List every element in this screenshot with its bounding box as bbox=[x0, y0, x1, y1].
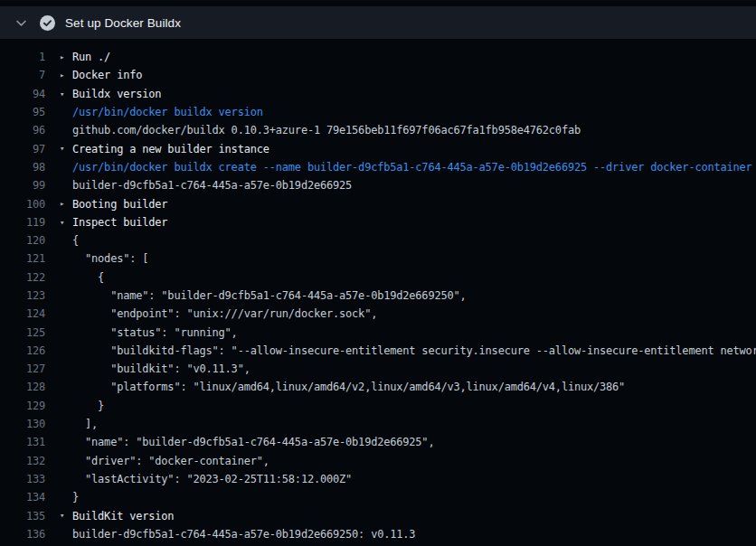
triangle-down-icon[interactable]: ▾ bbox=[60, 139, 72, 157]
line-number[interactable]: 134 bbox=[0, 491, 45, 504]
log-line: 125 "status": "running", bbox=[0, 323, 756, 341]
log-line: 133 "lastActivity": "2023-02-25T11:58:12… bbox=[0, 470, 756, 488]
line-number[interactable]: 121 bbox=[0, 252, 45, 265]
line-number[interactable]: 99 bbox=[0, 179, 45, 192]
log-line[interactable]: 1 ▸ Run ./ bbox=[0, 48, 756, 66]
line-number[interactable]: 131 bbox=[0, 436, 45, 448]
line-number[interactable]: 119 bbox=[0, 216, 45, 229]
triangle-down-icon[interactable]: ▾ bbox=[60, 85, 72, 103]
log-lines: 1 ▸ Run ./ 7 ▸ Docker info 94 ▾ Buildx v… bbox=[0, 48, 756, 543]
log-line-text: builder-d9cfb5a1-c764-445a-a57e-0b19d2e6… bbox=[72, 179, 352, 192]
log-line: 129 } bbox=[0, 397, 756, 415]
triangle-right-icon[interactable]: ▸ bbox=[60, 66, 72, 84]
line-number[interactable]: 123 bbox=[0, 289, 45, 302]
log-line-text: BuildKit version bbox=[72, 510, 174, 522]
log-line: 121 "nodes": [ bbox=[0, 249, 756, 268]
log-line[interactable]: 7 ▸ Docker info bbox=[0, 66, 756, 84]
line-number[interactable]: 126 bbox=[0, 344, 45, 357]
log-line[interactable]: 100 ▸ Booting builder bbox=[0, 194, 756, 212]
log-line-text: "name": "builder-d9cfb5a1-c764-445a-a57e… bbox=[72, 289, 467, 302]
log-line-text: Creating a new builder instance bbox=[72, 143, 269, 155]
log-line: 98 /usr/bin/docker buildx create --name … bbox=[0, 158, 756, 176]
line-number[interactable]: 130 bbox=[0, 418, 45, 430]
log-line: 96 github.com/docker/buildx 0.10.3+azure… bbox=[0, 121, 756, 139]
log-line-text: Inspect builder bbox=[72, 216, 167, 229]
line-number[interactable]: 133 bbox=[0, 473, 45, 485]
chevron-down-icon[interactable] bbox=[15, 17, 27, 29]
triangle-right-icon[interactable]: ▸ bbox=[60, 194, 72, 212]
triangle-right-icon[interactable]: ▸ bbox=[60, 48, 72, 66]
log-line[interactable]: 94 ▾ Buildx version bbox=[0, 85, 756, 103]
log-line: 128 "platforms": "linux/amd64,linux/amd6… bbox=[0, 378, 756, 396]
log-line-text: "buildkitd-flags": "--allow-insecure-ent… bbox=[72, 344, 756, 357]
log-line: 123 "name": "builder-d9cfb5a1-c764-445a-… bbox=[0, 287, 756, 305]
log-line-text: builder-d9cfb5a1-c764-445a-a57e-0b19d2e6… bbox=[72, 528, 415, 541]
log-line-text: "nodes": [ bbox=[72, 252, 148, 265]
log-line-text: Docker info bbox=[72, 69, 142, 81]
log-line-text: "buildkit": "v0.11.3", bbox=[72, 362, 250, 375]
log-line-text: "name": "builder-d9cfb5a1-c764-445a-a57e… bbox=[72, 436, 434, 448]
log-line-text: Booting builder bbox=[72, 198, 167, 211]
log-line-text: ], bbox=[72, 418, 98, 430]
line-number[interactable]: 100 bbox=[0, 198, 45, 211]
log-line-text: "lastActivity": "2023-02-25T11:58:12.000… bbox=[72, 473, 352, 485]
log-line: 120 { bbox=[0, 231, 756, 249]
line-number[interactable]: 122 bbox=[0, 271, 45, 284]
log-line[interactable]: 97 ▾ Creating a new builder instance bbox=[0, 139, 756, 157]
line-number[interactable]: 127 bbox=[0, 362, 45, 375]
triangle-down-icon[interactable]: ▾ bbox=[60, 506, 72, 524]
log-line: 136 builder-d9cfb5a1-c764-445a-a57e-0b19… bbox=[0, 525, 756, 543]
line-number[interactable]: 128 bbox=[0, 381, 45, 393]
log-line-text: github.com/docker/buildx 0.10.3+azure-1 … bbox=[72, 124, 581, 136]
line-number[interactable]: 7 bbox=[0, 69, 45, 81]
log-line: 124 "endpoint": "unix:///var/run/docker.… bbox=[0, 305, 756, 323]
line-number[interactable]: 1 bbox=[0, 51, 45, 63]
log-line[interactable]: 135 ▾ BuildKit version bbox=[0, 506, 756, 524]
log-line-text: /usr/bin/docker buildx create --name bui… bbox=[72, 161, 752, 174]
log-line-text: } bbox=[72, 400, 104, 412]
log-line-text: { bbox=[72, 234, 79, 247]
check-circle-icon bbox=[40, 15, 55, 31]
line-number[interactable]: 98 bbox=[0, 161, 45, 174]
line-number[interactable]: 96 bbox=[0, 124, 45, 136]
line-number[interactable]: 135 bbox=[0, 510, 45, 522]
log-line: 95 /usr/bin/docker buildx version bbox=[0, 103, 756, 121]
log-line: 134 } bbox=[0, 488, 756, 506]
line-number[interactable]: 125 bbox=[0, 326, 45, 339]
log-line-text: { bbox=[72, 271, 104, 284]
log-line-text: "driver": "docker-container", bbox=[72, 455, 269, 467]
log-line: 130 ], bbox=[0, 415, 756, 433]
triangle-down-icon[interactable]: ▾ bbox=[60, 213, 72, 231]
log-line-text: } bbox=[72, 491, 79, 504]
log-line-text: "endpoint": "unix:///var/run/docker.sock… bbox=[72, 307, 377, 320]
log-line-text: /usr/bin/docker buildx version bbox=[72, 106, 263, 118]
log-line: 132 "driver": "docker-container", bbox=[0, 452, 756, 470]
line-number[interactable]: 120 bbox=[0, 234, 45, 247]
line-number[interactable]: 132 bbox=[0, 455, 45, 467]
line-number[interactable]: 129 bbox=[0, 400, 45, 412]
line-number[interactable]: 136 bbox=[0, 528, 45, 541]
line-number[interactable]: 95 bbox=[0, 106, 45, 118]
log-line: 122 { bbox=[0, 268, 756, 287]
line-number[interactable]: 97 bbox=[0, 143, 45, 155]
step-header[interactable]: Set up Docker Buildx bbox=[0, 6, 756, 39]
log-line: 99 builder-d9cfb5a1-c764-445a-a57e-0b19d… bbox=[0, 176, 756, 194]
log-line-text: Buildx version bbox=[72, 88, 161, 100]
log-line-text: Run ./ bbox=[72, 51, 110, 63]
log-line-text: "status": "running", bbox=[72, 326, 238, 339]
log-line-text: "platforms": "linux/amd64,linux/amd64/v2… bbox=[72, 381, 625, 393]
log-line: 131 "name": "builder-d9cfb5a1-c764-445a-… bbox=[0, 433, 756, 451]
step-title: Set up Docker Buildx bbox=[65, 16, 181, 30]
log-line: 127 "buildkit": "v0.11.3", bbox=[0, 360, 756, 378]
log-line: 126 "buildkitd-flags": "--allow-insecure… bbox=[0, 342, 756, 360]
log-line[interactable]: 119 ▾ Inspect builder bbox=[0, 213, 756, 231]
line-number[interactable]: 94 bbox=[0, 88, 45, 100]
line-number[interactable]: 124 bbox=[0, 307, 45, 320]
